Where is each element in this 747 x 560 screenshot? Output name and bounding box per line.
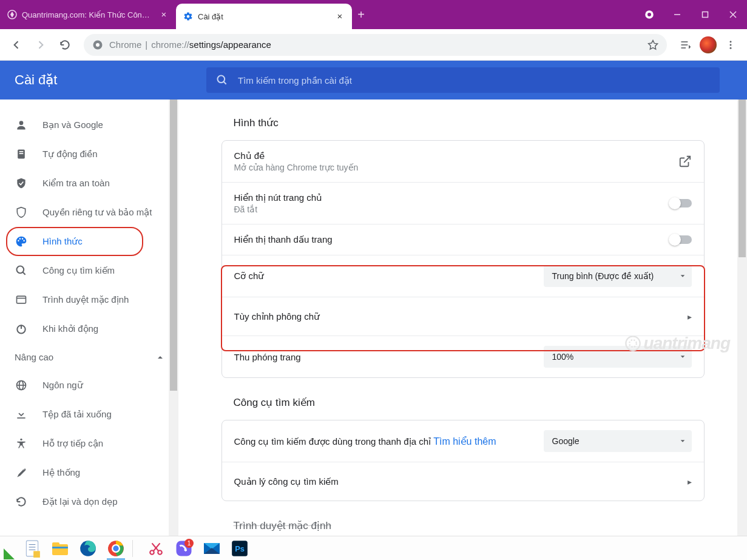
page-zoom-dropdown[interactable]: 100% <box>544 346 692 368</box>
settings-body: Bạn và Google Tự động điền Kiểm tra an t… <box>0 100 747 536</box>
search-icon <box>216 74 228 86</box>
settings-sidebar: Bạn và Google Tự động điền Kiểm tra an t… <box>0 100 178 536</box>
settings-search-box[interactable] <box>206 67 720 93</box>
new-tab-button[interactable]: + <box>352 0 370 29</box>
custom-fonts-label: Tùy chỉnh phông chữ <box>234 311 678 322</box>
tab-2-title: Cài đặt <box>198 12 330 21</box>
tab-2-close-icon[interactable]: × <box>335 12 345 21</box>
reset-icon <box>15 495 28 508</box>
task-edge-icon[interactable] <box>76 537 100 560</box>
task-mail-icon[interactable] <box>200 537 223 560</box>
maximize-button[interactable] <box>691 0 719 29</box>
font-size-dropdown[interactable]: Trung bình (Được đề xuất) <box>544 265 692 287</box>
row-manage-search[interactable]: Quản lý công cụ tìm kiếm ▸ <box>222 462 704 501</box>
section-search-engine-title: Công cụ tìm kiếm <box>221 396 705 409</box>
chevron-right-icon: ▸ <box>688 312 692 322</box>
learn-more-link[interactable]: Tìm hiểu thêm <box>433 436 496 447</box>
chevron-down-icon <box>680 438 686 444</box>
sidebar-item-privacy[interactable]: Quyền riêng tư và bảo mật <box>0 198 178 227</box>
close-button[interactable] <box>719 0 747 29</box>
sidebar-item-startup[interactable]: Khi khởi động <box>0 314 178 343</box>
tab-1-close-icon[interactable]: × <box>159 10 169 19</box>
chrome-favicon <box>92 39 103 50</box>
reload-button[interactable] <box>55 35 75 55</box>
svg-point-21 <box>17 266 24 274</box>
sidebar-advanced-toggle[interactable]: Nâng cao <box>0 343 178 371</box>
settings-main: Hình thức Chủ đề Mở cửa hàng Chrome trực… <box>178 100 747 536</box>
home-button-toggle[interactable] <box>670 199 692 207</box>
home-button-sub: Đã tắt <box>234 204 660 214</box>
sidebar-item-appearance[interactable]: Hình thức <box>0 227 178 256</box>
sidebar-item-downloads[interactable]: Tệp đã tải xuống <box>0 400 178 429</box>
svg-line-16 <box>224 82 226 84</box>
chevron-down-icon <box>680 273 686 279</box>
task-chrome-icon[interactable] <box>104 537 127 560</box>
settings-title: Cài đặt <box>15 72 206 88</box>
svg-point-30 <box>20 439 22 440</box>
row-custom-fonts[interactable]: Tùy chỉnh phông chữ ▸ <box>222 297 704 336</box>
settings-header: Cài đặt <box>0 61 747 100</box>
back-button[interactable] <box>6 35 27 55</box>
task-explorer-icon[interactable] <box>49 537 72 560</box>
shield-check-icon <box>15 177 28 190</box>
sidebar-item-language[interactable]: Ngôn ngữ <box>0 371 178 400</box>
sidebar-item-autofill[interactable]: Tự động điền <box>0 140 178 169</box>
menu-button[interactable] <box>720 35 741 55</box>
svg-rect-19 <box>19 151 24 152</box>
task-snip-icon[interactable] <box>144 537 167 560</box>
sidebar-item-you-google[interactable]: Bạn và Google <box>0 110 178 140</box>
home-button-label: Hiển thị nút trang chủ <box>234 192 660 203</box>
main-scrollbar[interactable] <box>737 100 747 536</box>
manage-search-label: Quản lý công cụ tìm kiếm <box>234 476 678 487</box>
extension-indicator-icon[interactable] <box>635 0 663 29</box>
row-font-size: Cỡ chữ Trung bình (Được đề xuất) <box>222 255 704 297</box>
sidebar-item-accessibility[interactable]: Hỗ trợ tiếp cận <box>0 429 178 458</box>
window-titlebar: Quantrimang.com: Kiến Thức Công Nghệ × C… <box>0 0 747 29</box>
forward-button[interactable] <box>30 35 51 55</box>
sidebar-item-safety[interactable]: Kiểm tra an toàn <box>0 169 178 198</box>
sidebar-scrollbar[interactable] <box>169 100 178 536</box>
sidebar-item-label: Đặt lại và dọn dẹp <box>42 496 118 507</box>
sidebar-item-default-browser[interactable]: Trình duyệt mặc định <box>0 285 178 314</box>
row-theme[interactable]: Chủ đề Mở cửa hàng Chrome trực tuyến <box>222 141 704 182</box>
sidebar-item-system[interactable]: Hệ thống <box>0 458 178 487</box>
bookmarks-bar-toggle[interactable] <box>670 235 692 244</box>
minimize-button[interactable] <box>663 0 691 29</box>
svg-point-14 <box>730 47 732 49</box>
sidebar-item-search-engine[interactable]: Công cụ tìm kiếm <box>0 256 178 285</box>
external-link-icon[interactable] <box>678 155 692 168</box>
reading-list-icon[interactable] <box>675 35 696 55</box>
search-engine-dropdown[interactable]: Google <box>544 430 692 452</box>
svg-rect-23 <box>17 296 26 303</box>
appearance-card: Chủ đề Mở cửa hàng Chrome trực tuyến Hiể… <box>221 140 705 378</box>
chevron-right-icon: ▸ <box>688 477 692 487</box>
url-text: chrome://settings/appearance <box>151 39 641 50</box>
svg-rect-37 <box>33 551 40 558</box>
sidebar-item-label: Tệp đã tải xuống <box>42 409 112 420</box>
gear-icon <box>183 12 193 21</box>
default-browser-icon <box>15 293 28 306</box>
bookmark-star-icon[interactable] <box>647 39 658 50</box>
svg-point-17 <box>19 121 24 125</box>
address-bar[interactable]: Chrome | chrome://settings/appearance <box>84 34 667 56</box>
task-corner-icon[interactable] <box>4 537 16 560</box>
svg-point-2 <box>647 13 651 16</box>
profile-avatar[interactable] <box>700 36 717 53</box>
search-engine-label: Công cụ tìm kiếm được dùng trong thanh đ… <box>234 436 434 447</box>
settings-search-input[interactable] <box>238 75 710 86</box>
wrench-icon <box>15 466 28 479</box>
task-viber-icon[interactable]: 1 <box>172 537 195 560</box>
globe-icon <box>15 379 28 392</box>
svg-point-15 <box>218 76 225 83</box>
browser-tab-1[interactable]: Quantrimang.com: Kiến Thức Công Nghệ × <box>0 0 176 29</box>
theme-sub: Mở cửa hàng Chrome trực tuyến <box>234 163 669 172</box>
row-search-engine: Công cụ tìm kiếm được dùng trong thanh đ… <box>222 420 704 462</box>
sidebar-item-reset[interactable]: Đặt lại và dọn dẹp <box>0 487 178 516</box>
svg-text:Ps: Ps <box>235 544 245 553</box>
task-notepad-icon[interactable] <box>21 537 44 560</box>
browser-tab-2-active[interactable]: Cài đặt × <box>176 4 352 29</box>
windows-taskbar: 1 Ps <box>0 536 747 560</box>
chevron-up-icon <box>157 354 164 361</box>
power-icon <box>15 322 28 336</box>
task-photoshop-icon[interactable]: Ps <box>228 537 251 560</box>
